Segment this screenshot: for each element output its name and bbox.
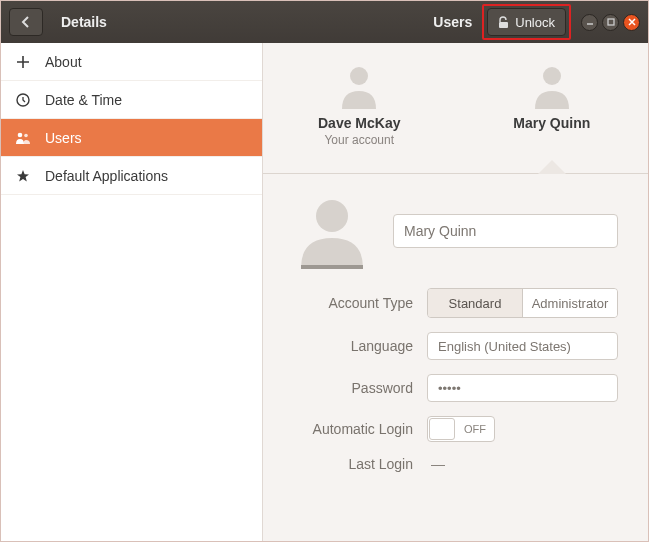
- unlock-button[interactable]: Unlock: [487, 8, 566, 36]
- svg-rect-9: [301, 265, 363, 269]
- toggle-knob: [429, 418, 455, 440]
- window-title: Details: [61, 14, 433, 30]
- avatar-icon: [531, 63, 573, 109]
- content: About Date & Time Users Default Applicat…: [1, 43, 648, 541]
- account-type-segment: Standard Administrator: [427, 288, 618, 318]
- header-context: Users: [433, 14, 472, 30]
- minimize-icon: [586, 18, 594, 26]
- sidebar-item-label: Users: [45, 130, 82, 146]
- svg-point-5: [24, 133, 28, 137]
- svg-point-7: [543, 67, 561, 85]
- full-name-input[interactable]: [393, 214, 618, 248]
- language-label: Language: [293, 338, 413, 354]
- sidebar-item-label: Date & Time: [45, 92, 122, 108]
- lock-icon: [498, 16, 509, 29]
- user-card-mary[interactable]: Mary Quinn: [456, 43, 649, 173]
- unlock-label: Unlock: [515, 15, 555, 30]
- star-icon: [15, 169, 31, 183]
- main-panel: Dave McKay Your account Mary Quinn Accou…: [263, 43, 648, 541]
- minimize-button[interactable]: [581, 14, 598, 31]
- sidebar-item-about[interactable]: About: [1, 43, 262, 81]
- user-name: Dave McKay: [318, 115, 401, 131]
- account-type-admin[interactable]: Administrator: [522, 289, 617, 317]
- svg-rect-2: [608, 19, 614, 25]
- sidebar-item-label: Default Applications: [45, 168, 168, 184]
- language-field[interactable]: English (United States): [427, 332, 618, 360]
- back-button[interactable]: [9, 8, 43, 36]
- unlock-highlight: Unlock: [482, 4, 571, 40]
- people-icon: [15, 131, 31, 145]
- sidebar-item-datetime[interactable]: Date & Time: [1, 81, 262, 119]
- auto-login-toggle[interactable]: OFF: [427, 416, 495, 442]
- sidebar-item-default-apps[interactable]: Default Applications: [1, 157, 262, 195]
- account-type-standard[interactable]: Standard: [428, 289, 522, 317]
- user-name: Mary Quinn: [513, 115, 590, 131]
- user-card-dave[interactable]: Dave McKay Your account: [263, 43, 456, 173]
- toggle-state: OFF: [456, 423, 494, 435]
- auto-login-label: Automatic Login: [293, 421, 413, 437]
- user-list: Dave McKay Your account Mary Quinn: [263, 43, 648, 173]
- user-detail: Account Type Standard Administrator Lang…: [263, 174, 648, 541]
- maximize-button[interactable]: [602, 14, 619, 31]
- last-login-value: —: [427, 456, 445, 472]
- last-login-label: Last Login: [293, 456, 413, 472]
- user-sub: Your account: [324, 133, 394, 147]
- svg-point-6: [350, 67, 368, 85]
- titlebar: Details Users Unlock: [1, 1, 648, 43]
- chevron-left-icon: [21, 16, 31, 28]
- clock-icon: [15, 93, 31, 107]
- avatar-icon: [338, 63, 380, 109]
- svg-point-8: [316, 200, 348, 232]
- password-field[interactable]: •••••: [427, 374, 618, 402]
- sidebar: About Date & Time Users Default Applicat…: [1, 43, 263, 541]
- avatar-button[interactable]: [293, 192, 371, 270]
- close-button[interactable]: [623, 14, 640, 31]
- account-type-label: Account Type: [293, 295, 413, 311]
- password-label: Password: [293, 380, 413, 396]
- svg-rect-0: [499, 22, 508, 28]
- plus-icon: [15, 55, 31, 69]
- avatar-large-icon: [293, 192, 371, 270]
- close-icon: [628, 18, 636, 26]
- sidebar-item-users[interactable]: Users: [1, 119, 262, 157]
- sidebar-item-label: About: [45, 54, 82, 70]
- maximize-icon: [607, 18, 615, 26]
- svg-point-4: [18, 132, 23, 137]
